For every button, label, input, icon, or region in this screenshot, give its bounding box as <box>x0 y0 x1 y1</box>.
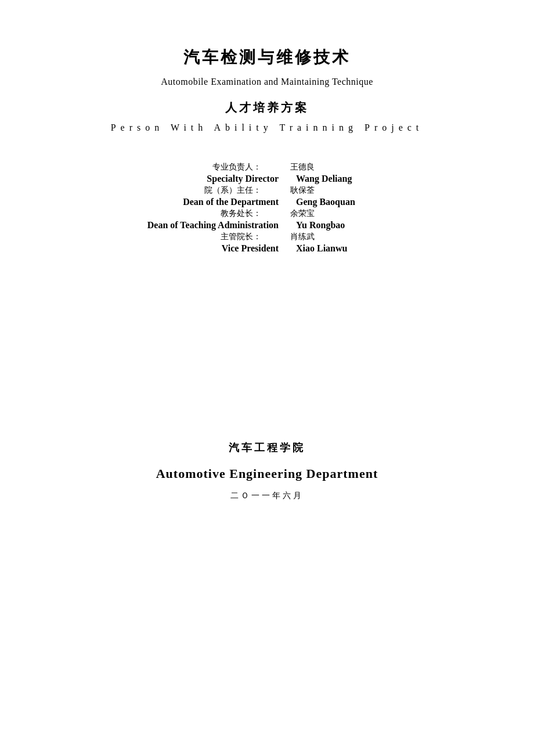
info-row-dean-teaching-zh: 教务处长： 余荣宝 <box>99 208 435 219</box>
main-title-chinese: 汽车检测与维修技术 <box>183 46 351 69</box>
info-row-vice-president-en: Vice President Xiao Lianwu <box>99 243 435 254</box>
value-vice-president-zh: 肖练武 <box>267 232 383 242</box>
label-dean-teaching-en: Dean of Teaching Administration <box>134 220 284 231</box>
info-row-specialty-director-zh: 专业负责人： 王德良 <box>99 162 435 172</box>
footer-section: 汽车工程学院 Automotive Engineering Department… <box>156 441 378 501</box>
subtitle-english: Person With Ability Trainning Project <box>111 123 424 133</box>
info-row-specialty-director-en: Specialty Director Wang Deliang <box>99 174 435 184</box>
info-row-vice-president-zh: 主管院长： 肖练武 <box>99 232 435 242</box>
main-title-english: Automobile Examination and Maintaining T… <box>161 77 373 87</box>
value-specialty-director-en: Wang Deliang <box>284 174 400 184</box>
label-vice-president-en: Vice President <box>134 243 284 254</box>
label-dean-department-zh: 院（系）主任： <box>151 185 267 196</box>
value-dean-department-en: Geng Baoquan <box>284 197 400 207</box>
subtitle-chinese: 人才培养方案 <box>225 100 309 116</box>
footer-title-chinese: 汽车工程学院 <box>229 441 305 455</box>
label-dean-department-en: Dean of the Department <box>134 197 284 207</box>
label-specialty-director-en: Specialty Director <box>134 174 284 184</box>
label-vice-president-zh: 主管院长： <box>151 232 267 242</box>
footer-title-english: Automotive Engineering Department <box>156 466 378 481</box>
info-row-dean-teaching-en: Dean of Teaching Administration Yu Rongb… <box>99 220 435 231</box>
value-dean-teaching-en: Yu Rongbao <box>284 220 400 231</box>
info-row-dean-department-en: Dean of the Department Geng Baoquan <box>99 197 435 207</box>
value-dean-teaching-zh: 余荣宝 <box>267 208 383 219</box>
value-vice-president-en: Xiao Lianwu <box>284 243 400 254</box>
label-specialty-director-zh: 专业负责人： <box>151 162 267 172</box>
label-dean-teaching-zh: 教务处长： <box>151 208 267 219</box>
value-dean-department-zh: 耿保荃 <box>267 185 383 196</box>
document-page: 汽车检测与维修技术 Automobile Examination and Mai… <box>0 0 534 756</box>
footer-date: 二Ｏ一一年六月 <box>230 491 304 501</box>
info-row-dean-department-zh: 院（系）主任： 耿保荃 <box>99 185 435 196</box>
info-section: 专业负责人： 王德良 Specialty Director Wang Delia… <box>35 162 499 255</box>
value-specialty-director-zh: 王德良 <box>267 162 383 172</box>
